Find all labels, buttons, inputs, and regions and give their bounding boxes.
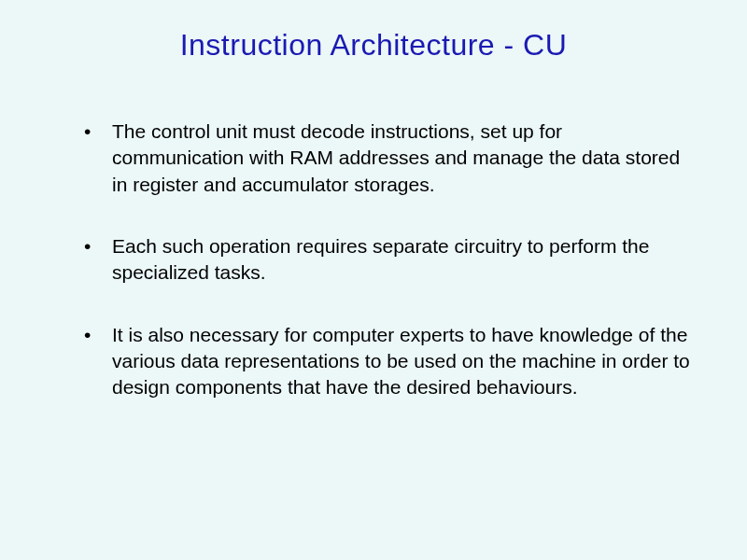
bullet-item: The control unit must decode instruction…: [84, 119, 691, 198]
bullet-item: Each such operation requires separate ci…: [84, 233, 691, 287]
slide-title: Instruction Architecture - CU: [56, 28, 691, 63]
bullet-list: The control unit must decode instruction…: [56, 119, 691, 401]
bullet-item: It is also necessary for computer expert…: [84, 322, 691, 401]
slide-container: Instruction Architecture - CU The contro…: [0, 0, 747, 560]
